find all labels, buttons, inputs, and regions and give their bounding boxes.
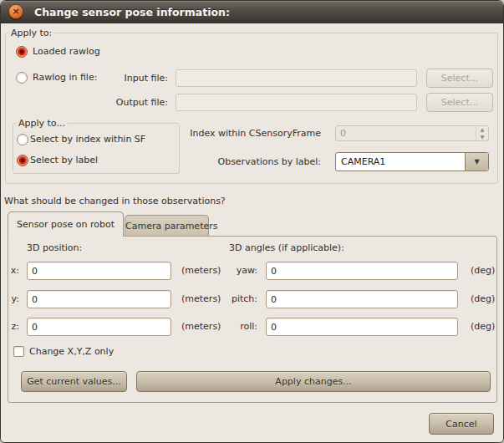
radio-loaded-rawlog-label: Loaded rawlog [33,46,100,58]
observations-combobox-value: CAMERA1 [341,153,385,171]
roll-unit-label: (deg) [471,318,495,336]
apply-to-group: Apply to: Loaded rawlog Rawlog in file: … [5,33,498,184]
x-input[interactable] [27,262,171,280]
input-file-label: Input file: [76,73,168,84]
sensor-pose-panel: 3D position: 3D angles (if applicable): … [8,236,497,403]
tab-camera-parameters[interactable]: Camera parameters [125,215,209,237]
pose-row-y: y: (meters) pitch: (deg) [8,290,496,308]
output-file-label: Output file: [76,97,168,109]
spinner-down-icon: ▼ [476,134,488,140]
apply-mode-group: Apply to... Select by index within SF Se… [13,123,180,174]
radio-select-by-label[interactable] [17,155,28,166]
radio-rawlog-in-file[interactable] [16,72,28,84]
angles-header: 3D angles (if applicable): [229,242,344,254]
yaw-unit-label: (deg) [471,262,495,280]
yaw-input[interactable] [266,262,458,280]
apply-changes-button[interactable]: Apply changes... [136,371,491,392]
select-input-file-button: Select... [426,69,493,88]
change-xyz-only-checkbox[interactable] [13,346,24,357]
input-file-field [176,69,417,87]
x-label: x: [8,262,19,280]
cancel-button[interactable]: Cancel [429,413,494,435]
index-spinner-arrows: ▲ ▼ [476,126,488,140]
index-spinner-value: 0 [340,126,346,140]
select-output-file-button: Select... [426,93,493,112]
dialog-content: Apply to: Loaded rawlog Rawlog in file: … [1,23,503,442]
chevron-down-icon: ▼ [466,153,488,171]
observations-dropdown-button[interactable]: ▼ [465,153,488,171]
window-title: Change sensor pose information: [34,1,230,23]
z-input[interactable] [27,318,171,336]
yaw-label: yaw: [199,262,257,280]
titlebar: × Change sensor pose information: [1,1,503,23]
pose-row-x: x: (meters) yaw: (deg) [8,262,496,280]
index-spinner: 0 ▲ ▼ [335,125,489,141]
index-within-sf-label: Index within CSensoryFrame [187,128,321,140]
spinner-up-icon: ▲ [476,126,488,133]
apply-to-legend: Apply to: [8,28,54,38]
get-current-values-button[interactable]: Get current values... [21,371,127,392]
apply-mode-legend: Apply to... [16,118,68,129]
tab-sensor-pose[interactable]: Sensor pose on robot [8,211,124,237]
pitch-label: pitch: [199,290,257,308]
dialog-window: × Change sensor pose information: Apply … [0,0,504,443]
radio-select-by-index[interactable] [17,134,28,145]
radio-select-by-index-label: Select by index within SF [30,134,145,145]
roll-input[interactable] [266,318,458,336]
observations-combobox[interactable]: CAMERA1 ▼ [335,152,489,171]
close-button[interactable]: × [8,4,23,19]
position-header: 3D position: [27,242,82,254]
output-file-field [176,94,417,111]
roll-label: roll: [199,318,257,336]
pose-row-z: z: (meters) roll: (deg) [8,318,496,336]
y-input[interactable] [27,290,171,308]
y-label: y: [8,290,19,308]
radio-select-by-label-label: Select by label [30,155,98,166]
pitch-unit-label: (deg) [471,290,495,308]
close-icon: × [9,5,23,18]
z-label: z: [8,318,19,336]
observations-by-label-label: Observations by label: [187,156,321,168]
radio-loaded-rawlog[interactable] [16,46,28,58]
question-label: What should be changed in those observat… [4,196,226,207]
change-xyz-only-label: Change X,Y,Z only [29,345,114,358]
pitch-input[interactable] [266,290,458,308]
